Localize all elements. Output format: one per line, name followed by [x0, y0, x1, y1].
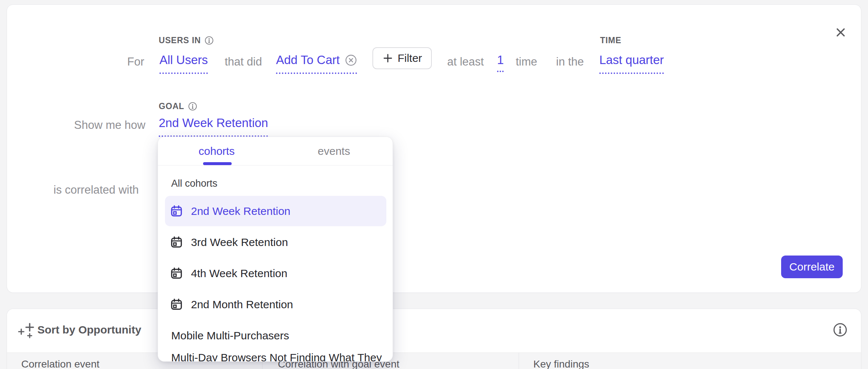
count-value[interactable]: 1	[497, 53, 504, 72]
list-item-cohort[interactable]: 2nd Month Retention	[165, 289, 386, 320]
time-word: time	[516, 55, 537, 68]
cohort-section-label: All cohorts	[171, 178, 217, 189]
close-icon	[834, 26, 847, 39]
correlate-button[interactable]: Correlate	[781, 256, 843, 278]
list-item-cohort[interactable]: 2nd Week Retention	[165, 196, 386, 226]
info-icon[interactable]	[205, 36, 214, 45]
plus-icon	[382, 53, 393, 64]
list-item-label: 2nd Week Retention	[191, 205, 290, 217]
event-value[interactable]: Add To Cart	[276, 53, 357, 74]
list-item-cohort[interactable]: Multi-Day Browsers Not Finding What They	[165, 342, 386, 362]
results-info-button[interactable]	[832, 322, 848, 338]
show-me-how-word: Show me how	[74, 119, 146, 132]
time-range-value[interactable]: Last quarter	[599, 53, 664, 74]
info-icon	[833, 323, 847, 337]
active-tab-indicator	[203, 162, 232, 165]
list-item-cohort[interactable]: 4th Week Retention	[165, 258, 386, 288]
users-in-label-text: USERS IN	[159, 36, 201, 45]
is-correlated-with-word: is correlated with	[54, 183, 139, 197]
add-filter-button[interactable]: Filter	[372, 47, 432, 69]
cohort-picker-dropdown: cohorts events All cohorts 2nd Week Rete…	[158, 137, 393, 362]
list-item-label: Multi-Day Browsers Not Finding What They	[171, 351, 382, 362]
time-label-text: TIME	[600, 36, 621, 45]
that-did-word: that did	[225, 55, 262, 68]
list-item-label: Mobile Multi-Purchasers	[171, 329, 289, 342]
calendar-icon	[170, 205, 183, 217]
correlate-builder-card: For USERS IN All Users that did Add To C…	[7, 4, 861, 293]
in-the-word: in the	[556, 55, 584, 68]
count-value-text: 1	[497, 53, 504, 67]
calendar-icon	[170, 236, 183, 249]
time-range-value-text: Last quarter	[599, 53, 664, 67]
calendar-icon	[170, 298, 183, 311]
calendar-icon	[170, 267, 183, 280]
column-header-key-findings: Key findings	[533, 358, 589, 369]
goal-value[interactable]: 2nd Week Retention	[159, 116, 268, 137]
goal-label-text: GOAL	[159, 101, 184, 111]
filter-button-label: Filter	[398, 52, 422, 64]
event-value-text: Add To Cart	[276, 53, 340, 67]
results-table-header	[7, 353, 861, 369]
column-header-correlation-event: Correlation event	[21, 358, 99, 369]
sort-by-opportunity-button[interactable]: Sort by Opportunity	[37, 324, 141, 336]
users-in-value[interactable]: All Users	[159, 53, 208, 74]
info-icon[interactable]	[188, 102, 197, 111]
list-item-label: 3rd Week Retention	[191, 236, 288, 249]
close-button[interactable]	[832, 24, 849, 40]
tab-cohorts[interactable]: cohorts	[158, 137, 275, 165]
users-in-value-text: All Users	[159, 53, 208, 67]
dropdown-tabs: cohorts events	[158, 137, 393, 165]
list-item-cohort[interactable]: 3rd Week Retention	[165, 227, 386, 257]
tab-events[interactable]: events	[275, 137, 393, 165]
sparkle-plus-icon	[18, 321, 34, 338]
for-word: For	[127, 55, 144, 68]
goal-label: GOAL	[159, 101, 197, 111]
users-in-label: USERS IN	[159, 36, 214, 45]
list-item-label: 4th Week Retention	[191, 267, 287, 280]
goal-value-text: 2nd Week Retention	[159, 116, 268, 130]
column-divider	[519, 353, 519, 369]
list-item-label: 2nd Month Retention	[191, 298, 293, 311]
time-label: TIME	[600, 36, 621, 45]
at-least-word: at least	[447, 55, 484, 68]
circle-x-icon[interactable]	[345, 54, 357, 66]
